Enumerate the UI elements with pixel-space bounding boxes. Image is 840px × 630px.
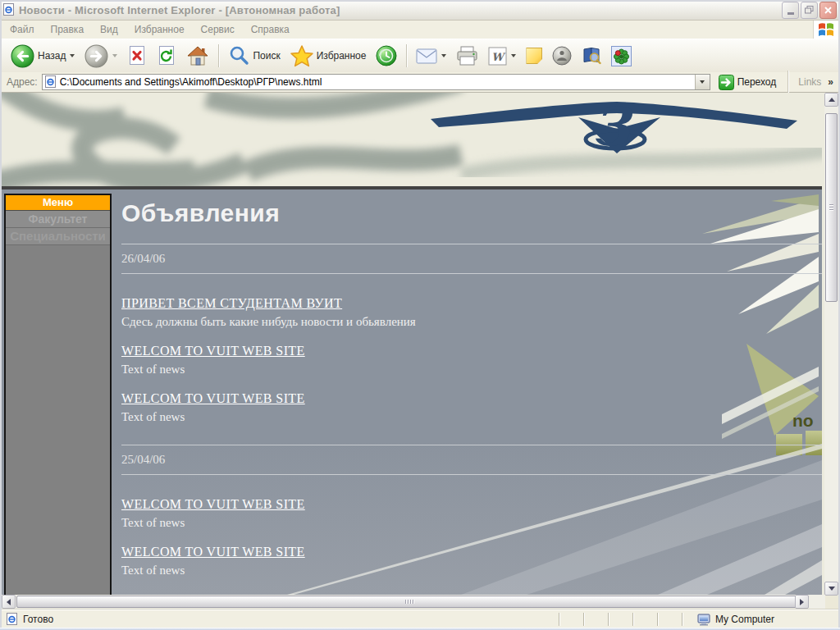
news-main: Объявления 26/04/06 ПРИВЕТ ВСЕМ СТУДЕНТА… xyxy=(121,189,822,578)
messenger-icon xyxy=(552,46,572,66)
my-computer-label: My Computer xyxy=(715,614,774,625)
refresh-button[interactable] xyxy=(153,42,180,70)
ie-window: Новости - Microsoft Internet Explorer - … xyxy=(0,0,840,630)
svg-text:З: З xyxy=(591,96,634,158)
divider xyxy=(121,244,822,244)
news-link[interactable]: ПРИВЕТ ВСЕМ СТУДЕНТАМ ВУИТ xyxy=(121,295,342,312)
news-text: Text of news xyxy=(121,514,822,531)
links-label[interactable]: Links xyxy=(796,76,824,88)
favorites-label: Избранное xyxy=(317,50,367,62)
refresh-icon xyxy=(157,45,176,66)
research-icon xyxy=(582,46,601,66)
back-button[interactable]: Назад xyxy=(7,42,79,70)
news-link[interactable]: WELCOM TO VUIT WEB SITE xyxy=(121,496,305,513)
notes-button[interactable] xyxy=(522,42,546,70)
search-button[interactable]: Поиск xyxy=(224,42,284,70)
mail-icon xyxy=(416,48,437,64)
horizontal-scroll-thumb[interactable] xyxy=(16,596,802,608)
menu-item-view[interactable]: Вид xyxy=(92,21,126,38)
word-icon: W xyxy=(488,47,507,66)
sidebar-item-faculty[interactable]: Факультет xyxy=(6,211,110,228)
menu-bar: Файл Правка Вид Избранное Сервис Справка xyxy=(2,21,838,39)
go-icon xyxy=(719,75,734,90)
edit-dropdown-icon[interactable] xyxy=(511,54,516,57)
search-icon xyxy=(228,45,249,66)
address-text: C:\Documents and Settings\Akimoff\Deskto… xyxy=(60,76,692,88)
status-separator xyxy=(559,613,559,626)
menu-item-help[interactable]: Справка xyxy=(243,21,298,38)
arrow-up-icon xyxy=(829,98,835,102)
status-separator xyxy=(682,613,682,626)
scroll-right-button[interactable] xyxy=(795,595,809,609)
arrow-right-icon xyxy=(800,599,804,605)
print-button[interactable] xyxy=(452,42,482,70)
forward-icon xyxy=(84,44,108,68)
history-button[interactable] xyxy=(372,42,401,70)
printer-icon xyxy=(456,46,478,66)
back-label: Назад xyxy=(38,50,66,62)
stop-icon xyxy=(127,45,147,66)
toolbar-separator xyxy=(406,44,407,67)
section-date: 25/04/06 xyxy=(121,453,822,467)
edit-word-button[interactable]: W xyxy=(484,42,520,70)
news-link[interactable]: WELCOM TO VUIT WEB SITE xyxy=(121,390,305,407)
menu-item-tools[interactable]: Сервис xyxy=(193,21,243,38)
sidebar-item-specialties[interactable]: Специальности xyxy=(6,228,110,245)
stop-button[interactable] xyxy=(123,42,151,70)
go-button[interactable]: Переход xyxy=(714,75,781,90)
banner-logo: З xyxy=(431,96,797,158)
address-bar: Адрес: C:\Documents and Settings\Akimoff… xyxy=(2,72,838,93)
news-item: ПРИВЕТ ВСЕМ СТУДЕНТАМ ВУИТ Сдесь должны … xyxy=(121,295,822,330)
scroll-left-button[interactable] xyxy=(2,595,16,609)
status-page-icon xyxy=(7,613,18,626)
banner-image: З xyxy=(2,93,822,186)
horizontal-scrollbar[interactable] xyxy=(2,595,825,609)
news-text: Text of news xyxy=(121,562,822,578)
links-chevron-icon[interactable]: » xyxy=(828,76,835,88)
mail-dropdown-icon[interactable] xyxy=(441,54,446,57)
home-button[interactable] xyxy=(182,42,213,70)
chevron-down-icon xyxy=(700,80,705,84)
title-bar[interactable]: Новости - Microsoft Internet Explorer - … xyxy=(0,0,840,21)
close-icon xyxy=(824,7,832,14)
vertical-scroll-thumb[interactable] xyxy=(825,113,838,302)
page-icon xyxy=(45,75,57,89)
note-icon xyxy=(526,48,542,64)
news-link[interactable]: WELCOM TO VUIT WEB SITE xyxy=(121,343,305,359)
back-dropdown-icon[interactable] xyxy=(70,54,75,57)
forward-button[interactable] xyxy=(80,42,121,70)
scroll-up-button[interactable] xyxy=(824,93,838,107)
arrow-left-icon xyxy=(7,599,11,605)
address-input[interactable]: C:\Documents and Settings\Akimoff\Deskto… xyxy=(42,74,710,90)
minimize-icon xyxy=(788,12,794,15)
go-label: Переход xyxy=(737,76,777,88)
favorites-button[interactable]: Избранное xyxy=(286,42,371,70)
home-icon xyxy=(186,45,209,66)
mail-button[interactable] xyxy=(412,42,450,70)
minimize-button[interactable] xyxy=(782,2,799,19)
close-button[interactable] xyxy=(819,2,837,19)
menu-item-file[interactable]: Файл xyxy=(2,21,43,38)
status-separator xyxy=(632,613,633,626)
status-bar: Готово My Computer xyxy=(2,609,838,629)
icq-button[interactable] xyxy=(607,42,636,70)
thumb-grip-icon xyxy=(829,204,833,212)
divider xyxy=(121,273,822,274)
news-link[interactable]: WELCOM TO VUIT WEB SITE xyxy=(121,544,305,560)
research-button[interactable] xyxy=(578,42,605,70)
menu-item-edit[interactable]: Правка xyxy=(43,21,93,38)
menu-item-favorites[interactable]: Избранное xyxy=(126,21,193,38)
news-text: Text of news xyxy=(121,361,822,377)
scroll-down-button[interactable] xyxy=(824,582,838,596)
restore-button[interactable] xyxy=(801,2,818,19)
news-list: WELCOM TO VUIT WEB SITE Text of news WEL… xyxy=(121,496,822,578)
messenger-button[interactable] xyxy=(548,42,576,70)
address-dropdown-button[interactable] xyxy=(695,75,710,89)
restore-icon xyxy=(805,6,814,14)
search-label: Поиск xyxy=(253,50,280,62)
news-list: ПРИВЕТ ВСЕМ СТУДЕНТАМ ВУИТ Сдесь должны … xyxy=(121,295,822,425)
news-item: WELCOM TO VUIT WEB SITE Text of news xyxy=(121,496,822,531)
forward-dropdown-icon[interactable] xyxy=(112,54,117,57)
sidebar-menu-header: Меню xyxy=(6,195,110,211)
vertical-scrollbar[interactable] xyxy=(824,93,838,596)
